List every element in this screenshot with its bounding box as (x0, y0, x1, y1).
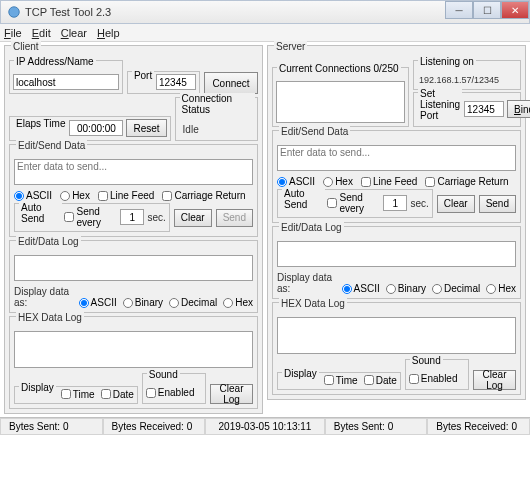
server-group: Server Current Connections 0/250 Listeni… (267, 45, 526, 400)
setport-label: Set Listening Port (418, 88, 462, 121)
conn-status-value: Idle (179, 122, 254, 137)
server-every-input[interactable] (383, 195, 407, 211)
menu-bar: File Edit Clear Help (0, 24, 530, 42)
conn-status-field: Connection Status Idle (175, 97, 258, 141)
svg-point-0 (9, 7, 20, 18)
client-sendevery-check[interactable]: Send every (64, 206, 117, 228)
client-send-button[interactable]: Send (216, 209, 253, 227)
server-editsend: Edit/Send Data ASCII Hex Line Feed Carri… (272, 130, 521, 223)
server-date-check[interactable]: Date (364, 375, 397, 386)
client-legend: Client (11, 41, 41, 52)
elapsed-field: Elaps Time Reset (9, 116, 171, 141)
server-datalog: Edit/Data Log Display data as: ASCII Bin… (272, 226, 521, 299)
client-hexlog-text[interactable] (14, 331, 253, 368)
server-hexlog: HEX Data Log Display Time Date Sound Ena… (272, 302, 521, 395)
server-hex-radio[interactable]: Hex (323, 176, 353, 187)
server-datalog-text[interactable] (277, 241, 516, 267)
status-server-recv: Bytes Received: 0 (427, 418, 530, 435)
status-timestamp: 2019-03-05 10:13:11 (205, 418, 325, 435)
conn-status-label: Connection Status (180, 93, 255, 115)
status-client-recv: Bytes Received: 0 (103, 418, 206, 435)
port-label: Port (132, 70, 154, 81)
client-log-hex[interactable]: Hex (223, 297, 253, 308)
window-title: TCP Test Tool 2.3 (25, 6, 111, 18)
client-datalog-text[interactable] (14, 255, 253, 281)
listening-value: 192.168.1.57/12345 (417, 74, 517, 86)
client-date-check[interactable]: Date (101, 389, 134, 400)
setport-input[interactable] (464, 101, 504, 117)
client-log-binary[interactable]: Binary (123, 297, 163, 308)
client-every-input[interactable] (120, 209, 144, 225)
server-legend: Server (274, 41, 307, 52)
client-autosend: Auto Send Send every sec. (14, 203, 170, 232)
client-clearlog-button[interactable]: Clear Log (210, 384, 253, 404)
menu-help[interactable]: Help (97, 27, 120, 39)
server-hexlog-text[interactable] (277, 317, 516, 354)
server-enabled-check[interactable]: Enabled (409, 373, 458, 384)
menu-clear[interactable]: Clear (61, 27, 87, 39)
client-lf-check[interactable]: Line Feed (98, 190, 154, 201)
server-send-button[interactable]: Send (479, 195, 516, 213)
client-ascii-radio[interactable]: ASCII (14, 190, 52, 201)
cur-conn-field: Current Connections 0/250 (272, 67, 409, 127)
menu-file[interactable]: File (4, 27, 22, 39)
client-sound-label: Sound (147, 369, 180, 380)
server-sound-group: Sound Enabled (405, 359, 469, 390)
server-clear-button[interactable]: Clear (437, 195, 475, 213)
client-log-decimal[interactable]: Decimal (169, 297, 217, 308)
client-editsend-legend: Edit/Send Data (16, 140, 87, 151)
client-sec-label: sec. (147, 212, 165, 223)
port-input[interactable] (156, 74, 196, 90)
server-log-binary[interactable]: Binary (386, 283, 426, 294)
client-clear-button[interactable]: Clear (174, 209, 212, 227)
status-client-sent: Bytes Sent: 0 (0, 418, 103, 435)
bind-button[interactable]: Bind (507, 100, 530, 118)
client-send-textarea[interactable] (14, 159, 253, 185)
client-datalog: Edit/Data Log Display data as: ASCII Bin… (9, 240, 258, 313)
listening-field: Listening on 192.168.1.57/12345 (413, 60, 521, 90)
server-display-group: Display Time Date (277, 372, 401, 390)
server-datalog-legend: Edit/Data Log (279, 222, 344, 233)
setport-field: Set Listening Port Bind (413, 92, 521, 127)
server-send-textarea[interactable] (277, 145, 516, 171)
app-icon (7, 5, 21, 19)
server-displayas-label: Display data as: (277, 272, 336, 294)
server-time-check[interactable]: Time (324, 375, 358, 386)
reset-button[interactable]: Reset (126, 119, 166, 137)
server-sendevery-check[interactable]: Send every (327, 192, 380, 214)
client-cr-check[interactable]: Carriage Return (162, 190, 245, 201)
client-time-check[interactable]: Time (61, 389, 95, 400)
maximize-button[interactable]: ☐ (473, 1, 501, 19)
client-sound-group: Sound Enabled (142, 373, 206, 404)
server-cr-check[interactable]: Carriage Return (425, 176, 508, 187)
client-enabled-check[interactable]: Enabled (146, 387, 195, 398)
menu-edit[interactable]: Edit (32, 27, 51, 39)
client-datalog-legend: Edit/Data Log (16, 236, 81, 247)
close-button[interactable]: ✕ (501, 1, 529, 19)
minimize-button[interactable]: ─ (445, 1, 473, 19)
server-log-hex[interactable]: Hex (486, 283, 516, 294)
status-bar: Bytes Sent: 0 Bytes Received: 0 2019-03-… (0, 417, 530, 435)
client-editsend: Edit/Send Data ASCII Hex Line Feed Carri… (9, 144, 258, 237)
ip-input[interactable] (13, 74, 119, 90)
client-log-ascii[interactable]: ASCII (79, 297, 117, 308)
client-hexlog-legend: HEX Data Log (16, 312, 84, 323)
elapsed-label: Elaps Time (14, 118, 67, 129)
conn-listbox[interactable] (276, 81, 405, 123)
connect-button[interactable]: Connect (204, 72, 258, 94)
client-hex-radio[interactable]: Hex (60, 190, 90, 201)
server-ascii-radio[interactable]: ASCII (277, 176, 315, 187)
server-display-label: Display (282, 368, 319, 384)
server-lf-check[interactable]: Line Feed (361, 176, 417, 187)
ip-label: IP Address/Name (14, 56, 96, 67)
server-log-ascii[interactable]: ASCII (342, 283, 380, 294)
client-displayas-label: Display data as: (14, 286, 73, 308)
server-log-decimal[interactable]: Decimal (432, 283, 480, 294)
cur-conn-label: Current Connections 0/250 (277, 63, 401, 74)
client-display-group: Display Time Date (14, 386, 138, 404)
port-field: Port (127, 71, 200, 94)
server-sound-label: Sound (410, 355, 443, 366)
server-clearlog-button[interactable]: Clear Log (473, 370, 516, 390)
elapsed-value (69, 120, 123, 136)
ip-field: IP Address/Name (9, 60, 123, 94)
